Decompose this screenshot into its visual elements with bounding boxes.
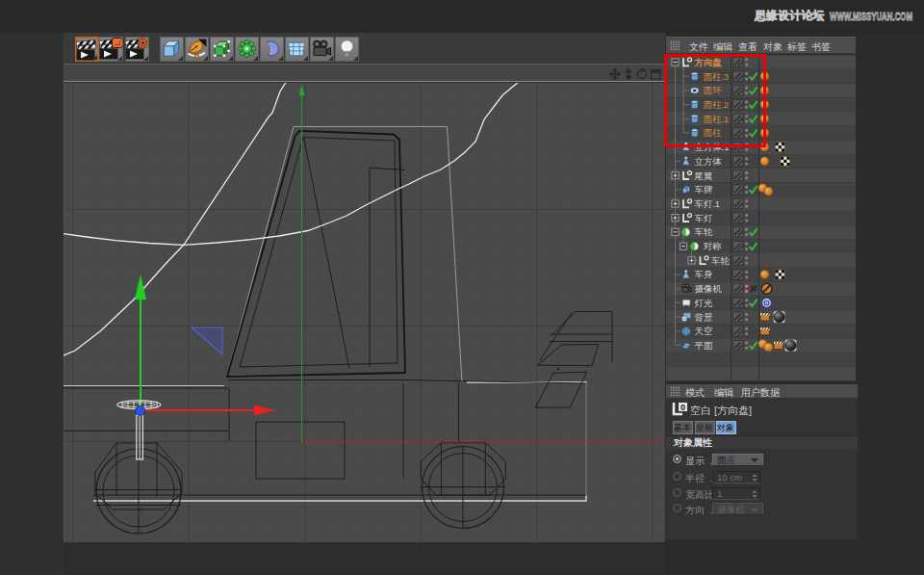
svg-text:立方体: 立方体: [695, 156, 723, 167]
svg-text:车灯: 车灯: [695, 213, 713, 223]
svg-text:背景: 背景: [695, 312, 713, 323]
svg-text:摄像机: 摄像机: [695, 283, 723, 294]
svg-text:车身: 车身: [695, 269, 713, 279]
svg-text:平面: 平面: [695, 340, 713, 351]
svg-text:车轮: 车轮: [711, 255, 730, 266]
svg-text:0: 0: [680, 403, 685, 412]
svg-text:尾翼: 尾翼: [695, 170, 713, 181]
svg-text:车灯.1: 车灯.1: [695, 198, 721, 209]
svg-text:灯光: 灯光: [695, 298, 713, 308]
svg-text:对称: 对称: [704, 241, 722, 251]
svg-text:车牌: 车牌: [695, 184, 713, 195]
svg-text:天空: 天空: [695, 326, 713, 336]
svg-text:车轮: 车轮: [695, 226, 713, 237]
